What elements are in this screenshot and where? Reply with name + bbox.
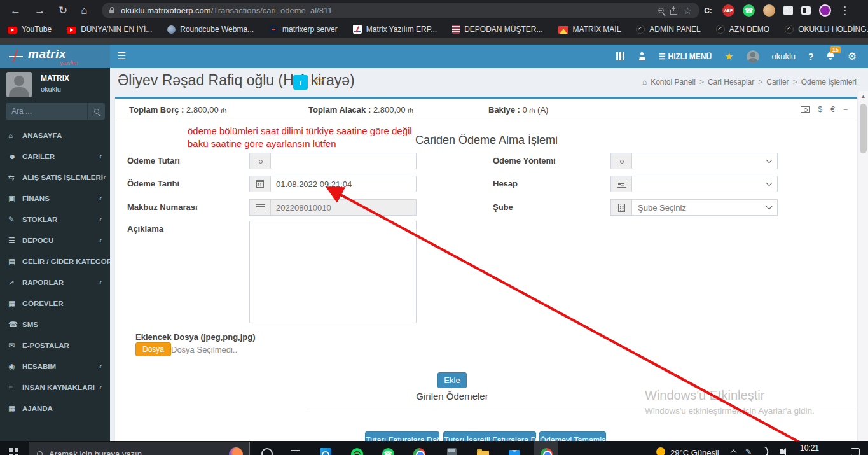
share-icon[interactable] [670, 10, 677, 15]
hesap-select[interactable] [631, 176, 778, 192]
taskbar-search[interactable]: Aramak için buraya yazın [29, 442, 250, 455]
pen-icon[interactable]: ✎ [745, 447, 752, 455]
app-logo[interactable]: matrix yazılım [0, 45, 110, 68]
colorzilla-extension-icon[interactable]: C: [702, 4, 714, 17]
extensions-puzzle-icon[interactable] [783, 6, 793, 15]
chrome-icon[interactable] [411, 446, 427, 455]
back-icon[interactable]: ← [10, 5, 21, 16]
avatar[interactable] [6, 72, 32, 97]
speaker-icon[interactable] [780, 449, 783, 454]
avatar-extension-icon[interactable] [763, 4, 775, 17]
spotify-icon[interactable] [349, 446, 364, 455]
weather-text[interactable]: 29°C Güneşli [670, 448, 719, 455]
hamburger-menu-icon[interactable]: ☰ [117, 50, 126, 62]
sidebar-user-panel: MATRIX okuklu [0, 68, 110, 102]
sidebar-item-cariler[interactable]: ☻CARİLER‹ [0, 146, 110, 167]
sidebar-item-sms[interactable]: ☎SMS [0, 314, 110, 335]
bookmark-item[interactable]: AZN DEMO [716, 25, 769, 34]
money-icon[interactable] [801, 106, 810, 113]
browser-menu-icon[interactable]: ⋮ [839, 5, 850, 16]
bookmark-item[interactable]: Matrix Yazılım ERP... [353, 25, 437, 34]
euro-button[interactable]: € [830, 105, 835, 114]
breadcrumb-item[interactable]: Kontol Paneli [651, 78, 696, 87]
start-button[interactable] [9, 448, 18, 455]
favorites-star-icon[interactable]: ★ [724, 50, 733, 62]
sube-select[interactable]: Şube Seçiniz [631, 199, 778, 216]
vertical-scrollbar[interactable]: ▲ [858, 91, 868, 441]
adblock-extension-icon[interactable]: ABP [722, 4, 734, 17]
sidebar-item-label: FİNANS [22, 195, 50, 202]
sidebar-toggle-icon[interactable] [801, 6, 811, 15]
odeme-tarihi-input[interactable] [270, 176, 417, 192]
aciklama-textarea[interactable] [249, 221, 417, 323]
user-icon[interactable] [638, 52, 646, 60]
odeme-yontemi-select[interactable] [631, 153, 778, 169]
bookmark-item[interactable]: YouTube [8, 25, 52, 34]
columns-icon[interactable] [616, 52, 626, 60]
sidebar-user-name: MATRIX [41, 74, 69, 83]
sidebar-search-input[interactable] [6, 103, 87, 120]
zoom-icon[interactable] [658, 8, 664, 13]
profile-logo-icon[interactable] [819, 4, 831, 17]
forward-icon[interactable]: → [34, 5, 45, 16]
odeme-tutari-input[interactable] [270, 153, 417, 169]
bookmark-item[interactable]: ADMİN PANEL [636, 25, 700, 34]
sidebar-item-raporlar[interactable]: ↗RAPORLAR‹ [0, 272, 110, 293]
bookmark-item[interactable]: OKUKLU HOLDİNG... [785, 25, 868, 34]
settings-gear-icon[interactable]: ⚙ [848, 50, 857, 62]
red-annotation-text: ödeme bölümleri saat dilimi türkiye saat… [188, 125, 412, 150]
network-icon[interactable] [761, 447, 771, 455]
calculator-icon[interactable] [444, 446, 459, 455]
chrome-active-window[interactable] [534, 441, 558, 455]
sidebar-item-alis-satis[interactable]: ⇆ALIŞ SATIŞ İŞLEMLERİ‹ [0, 167, 110, 188]
reload-icon[interactable]: ↻ [59, 5, 67, 16]
sidebar-item-hesabim[interactable]: ◉HESABIM‹ [0, 356, 110, 377]
sidebar-item-label: ANASAYFA [22, 132, 62, 139]
sidebar-item-anasayfa[interactable]: ⌂ANASAYFA [0, 125, 110, 146]
notifications-button[interactable]: 15 [827, 51, 835, 62]
quick-menu-button[interactable]: ☰HIZLI MENÜ [659, 52, 712, 61]
file-select-button[interactable]: Dosya [135, 342, 171, 356]
favorite-star-icon[interactable]: ☆ [313, 73, 326, 88]
sidebar-search-button[interactable] [87, 103, 105, 120]
sidebar-item-finans[interactable]: ▣FİNANS‹ [0, 188, 110, 209]
bookmark-item[interactable]: DÜNYA'NIN EN İYİ... [67, 25, 152, 34]
file-explorer-icon[interactable] [475, 446, 490, 455]
bookmark-star-icon[interactable]: ☆ [684, 6, 692, 15]
whatsapp-icon[interactable]: ☎ [380, 446, 396, 455]
address-bar[interactable]: okuklu.matrixotoerp.com/Transactions/car… [102, 3, 699, 18]
dollar-button[interactable]: $ [818, 105, 823, 114]
breadcrumb-item[interactable]: Cari Hesaplar [699, 78, 754, 87]
task-view-button[interactable] [287, 446, 303, 455]
sidebar-item-ajanda[interactable]: ▦AJANDA [0, 398, 110, 419]
breadcrumb-item[interactable]: Cariler [758, 78, 789, 87]
header-username[interactable]: okuklu [772, 52, 796, 61]
sidebar-item-label: GÖREVLER [22, 300, 64, 307]
scroll-up-icon[interactable]: ▲ [858, 91, 868, 99]
sidebar-item-gelir-gider[interactable]: ▤GELİR / GİDER KATEGORİ [0, 251, 110, 272]
taskbar-clock[interactable]: 10:21 [800, 444, 819, 452]
header-avatar[interactable] [747, 50, 759, 63]
outlook-icon[interactable] [318, 446, 333, 455]
sidebar-item-gorevler[interactable]: ▦GÖREVLER [0, 293, 110, 314]
mail-icon[interactable] [507, 446, 522, 455]
weather-sun-icon[interactable] [656, 447, 665, 455]
bookmark-item[interactable]: MATRİX MAİL [558, 25, 621, 34]
cortana-button[interactable] [259, 446, 275, 455]
tray-chevron-up-icon[interactable] [731, 450, 737, 455]
bookmark-item[interactable]: Roundcube Webma... [167, 25, 254, 34]
ekle-button[interactable]: Ekle [437, 372, 467, 388]
sidebar-item-epostalar[interactable]: ✉E-POSTALAR [0, 335, 110, 356]
sidebar-item-insan-kaynaklari[interactable]: ≡İNSAN KAYNAKLARI‹ [0, 377, 110, 398]
action-center-icon[interactable] [851, 448, 860, 455]
bookmark-item[interactable]: DEPODAN MÜŞTER... [452, 25, 542, 34]
home-icon[interactable]: ⌂ [81, 5, 87, 16]
scrollbar-thumb[interactable] [860, 104, 867, 153]
collapse-button[interactable]: − [843, 105, 848, 114]
info-button[interactable]: i [293, 75, 308, 90]
sidebar-item-depocu[interactable]: ☰DEPOCU‹ [0, 230, 110, 251]
bookmark-item[interactable]: matrixerp server [269, 25, 338, 34]
whatsapp-extension-icon[interactable]: ☎ [743, 4, 755, 17]
help-button[interactable]: ? [808, 52, 814, 62]
sidebar-item-stoklar[interactable]: ✎STOKLAR‹ [0, 209, 110, 230]
